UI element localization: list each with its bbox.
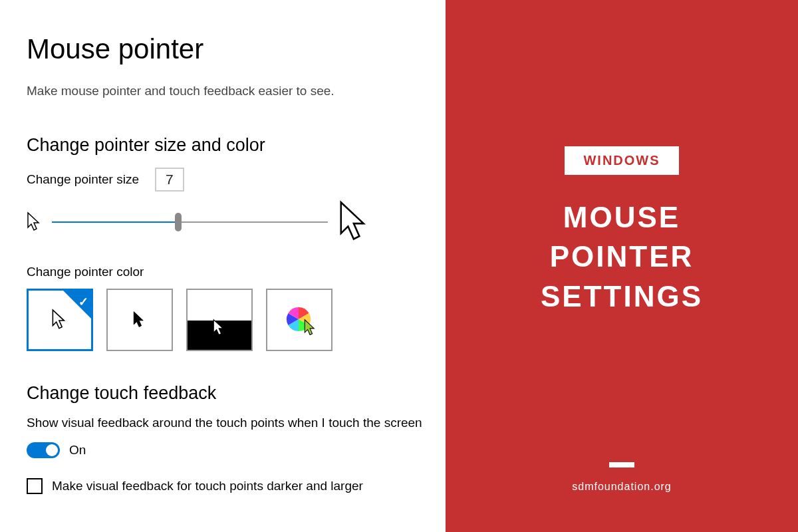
banner-footer: sdmfoundation.org <box>572 481 672 493</box>
slider-thumb[interactable] <box>175 213 182 231</box>
black-band <box>188 321 251 350</box>
slider-track-filled <box>52 221 178 223</box>
section-heading-touch: Change touch feedback <box>27 383 426 404</box>
cursor-large-icon <box>337 200 373 245</box>
cursor-custom-icon <box>303 319 318 337</box>
banner-line-2: POINTER <box>541 237 703 276</box>
pointer-size-label: Change pointer size <box>27 172 139 187</box>
banner-panel: WINDOWS MOUSE POINTER SETTINGS sdmfounda… <box>446 0 798 532</box>
banner-line-3: SETTINGS <box>541 277 703 316</box>
pointer-color-custom[interactable] <box>266 289 332 351</box>
cursor-small-icon <box>27 211 43 233</box>
pointer-color-black[interactable] <box>106 289 173 351</box>
touch-feedback-toggle-row: On <box>27 442 426 458</box>
touch-feedback-toggle[interactable] <box>27 442 60 458</box>
page-subtitle: Make mouse pointer and touch feedback ea… <box>27 84 426 98</box>
darker-larger-label: Make visual feedback for touch points da… <box>52 479 363 493</box>
toggle-knob <box>46 444 58 456</box>
pointer-size-value: 7 <box>155 168 184 192</box>
cursor-black-icon <box>132 311 147 329</box>
settings-panel: Mouse pointer Make mouse pointer and tou… <box>0 0 446 532</box>
pointer-size-row: Change pointer size 7 <box>27 168 426 192</box>
section-heading-size-color: Change pointer size and color <box>27 135 426 156</box>
pointer-size-slider[interactable] <box>52 215 328 229</box>
pointer-color-inverted[interactable] <box>186 289 253 351</box>
check-icon: ✓ <box>78 295 88 309</box>
color-wheel-icon <box>286 307 313 333</box>
pointer-color-options: ✓ <box>27 289 426 351</box>
pointer-color-white[interactable]: ✓ <box>27 289 93 351</box>
darker-larger-checkbox[interactable] <box>27 478 43 494</box>
touch-feedback-description: Show visual feedback around the touch po… <box>27 416 426 430</box>
page-title: Mouse pointer <box>27 33 426 65</box>
pointer-color-label: Change pointer color <box>27 265 426 279</box>
badge-text: WINDOWS <box>583 153 660 168</box>
cursor-inverted-icon <box>212 319 227 337</box>
pointer-size-slider-row <box>27 200 426 245</box>
slider-track-empty <box>178 221 328 223</box>
banner-divider <box>609 462 634 467</box>
banner-title: MOUSE POINTER SETTINGS <box>541 198 703 316</box>
banner-line-1: MOUSE <box>541 198 703 237</box>
darker-larger-checkbox-row: Make visual feedback for touch points da… <box>27 478 426 494</box>
banner-badge: WINDOWS <box>565 146 678 175</box>
toggle-state-label: On <box>69 443 86 458</box>
